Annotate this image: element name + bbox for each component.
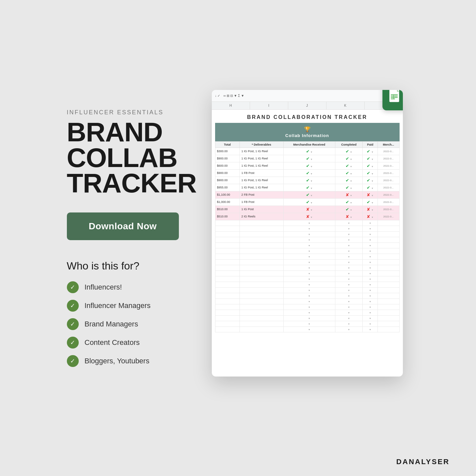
cell-deliverables: 1 IG Post, 1 IG Reel (239, 177, 283, 184)
check-mark-icon: ✔ (367, 200, 370, 205)
brand-subtitle: INFLUENCER ESSENTIALS (67, 109, 205, 116)
empty-table-row: ▼ ▼ ▼ (215, 310, 399, 315)
svg-rect-5 (391, 98, 395, 99)
cell-completed: ✔ ▼ (335, 169, 363, 177)
cell-merch-date: 2022-0... (378, 191, 399, 198)
cell-total: $510.00 (215, 206, 239, 213)
table-row: $510.00 1 IG Post ✘ ▼ ✔ ▼ ✘ ▼ 2022-0... (215, 206, 399, 213)
cell-merch-received: ✔ ▼ (283, 162, 335, 169)
cell-paid: ✔ ▼ (363, 177, 378, 184)
col-deliverables: * Deliverables (239, 141, 283, 148)
cell-paid: ✘ ▼ (363, 206, 378, 213)
cell-merch-date: 2022-0... (378, 155, 399, 162)
cell-deliverables: 2 IG Reels (239, 213, 283, 220)
empty-table-row: ▼ ▼ ▼ (215, 282, 399, 287)
empty-table-row: ▼ ▼ ▼ (215, 237, 399, 242)
check-mark-icon: ✔ (346, 200, 349, 205)
cell-paid: ✔ ▼ (363, 162, 378, 169)
cross-mark-icon: ✘ (346, 192, 349, 197)
empty-table-row: ▼ ▼ ▼ (215, 293, 399, 298)
table-row: $510.00 2 IG Reels ✘ ▼ ✘ ▼ ✘ ▼ 2022-0... (215, 213, 399, 220)
column-headers: H I J K L (212, 102, 403, 110)
col-i: I (250, 102, 288, 109)
cell-merch-received: ✔ ▼ (283, 148, 335, 155)
check-mark-icon: ✔ (367, 163, 370, 168)
list-item: ✓ Influencers! (67, 281, 205, 293)
cell-paid: ✔ ▼ (363, 198, 378, 206)
cell-merch-date: 2022-0... (378, 184, 399, 191)
page-container: INFLUENCER ESSENTIALS BRAND COLLAB TRACK… (41, 41, 436, 436)
empty-table-row: ▼ ▼ ▼ (215, 304, 399, 310)
check-mark-icon: ✔ (346, 207, 349, 212)
check-mark-icon: ✔ (367, 156, 370, 161)
check-icon: ✓ (67, 355, 79, 367)
cell-completed: ✘ ▼ (335, 191, 363, 198)
cell-paid: ✔ ▼ (363, 184, 378, 191)
empty-table-row: ▼ ▼ ▼ (215, 321, 399, 326)
empty-table-row: ▼ ▼ ▼ (215, 326, 399, 332)
col-k: K (326, 102, 365, 109)
cell-total: $600.00 (215, 162, 239, 169)
check-mark-icon: ✔ (306, 192, 310, 197)
empty-table-row: ▼ ▼ ▼ (215, 231, 399, 237)
empty-table-row: ▼ ▼ ▼ (215, 270, 399, 276)
left-panel: INFLUENCER ESSENTIALS BRAND COLLAB TRACK… (67, 109, 205, 367)
checklist-label: Influencer Managers (85, 301, 151, 310)
empty-table-row: ▼ ▼ ▼ (215, 220, 399, 226)
cell-total: $1,000.00 (215, 198, 239, 206)
cell-merch-date: 2022-0... (378, 169, 399, 177)
table-row: $900.00 1 IG Post, 1 IG Reel ✔ ▼ ✔ ▼ ✔ ▼… (215, 155, 399, 162)
cross-mark-icon: ✘ (367, 214, 370, 219)
checklist: ✓ Influencers! ✓ Influencer Managers ✓ B… (67, 281, 205, 367)
cell-merch-received: ✔ ▼ (283, 177, 335, 184)
check-icon: ✓ (67, 300, 79, 312)
svg-rect-4 (391, 97, 398, 98)
cross-mark-icon: ✘ (306, 207, 310, 212)
cell-total: $900.00 (215, 155, 239, 162)
empty-table-row: ▼ ▼ ▼ (215, 248, 399, 254)
cross-mark-icon: ✘ (367, 192, 370, 197)
col-merch: Merch... (378, 141, 399, 148)
cell-merch-received: ✘ ▼ (283, 206, 335, 213)
col-completed: Completed (335, 141, 363, 148)
check-mark-icon: ✔ (306, 156, 310, 161)
col-h: H (212, 102, 250, 109)
checklist-label: Influencers! (85, 283, 122, 292)
cell-completed: ✔ ▼ (335, 162, 363, 169)
google-sheets-icon (382, 90, 403, 110)
cell-deliverables: 1 IG Post, 1 IG Reel (239, 162, 283, 169)
cross-mark-icon: ✘ (367, 207, 370, 212)
cell-total: $1,100.00 (215, 191, 239, 198)
cell-paid: ✘ ▼ (363, 213, 378, 220)
cross-mark-icon: ✘ (346, 214, 349, 219)
title-line3: TRACKER (67, 168, 197, 198)
check-mark-icon: ✔ (306, 171, 310, 176)
data-table: Total * Deliverables Merchandise Receive… (215, 141, 400, 332)
cell-merch-received: ✔ ▼ (283, 198, 335, 206)
table-wrap: Total * Deliverables Merchandise Receive… (212, 141, 403, 332)
toolbar-symbols: ↓ ✓ (215, 94, 220, 98)
col-merch-received: Merchandise Received (283, 141, 335, 148)
spreadsheet-title: BRAND COLLABORATION TRACKER (212, 110, 403, 123)
cell-deliverables: 2 FB Post (239, 191, 283, 198)
cell-merch-received: ✘ ▼ (283, 213, 335, 220)
right-panel: ↓ ✓ ∞ ⊞ ⊟ ▼ Σ ▼ H I J K L BRAND COLLABOR… (212, 90, 409, 386)
cell-deliverables: 1 IG Post, 1 IG Reel (239, 155, 283, 162)
collab-header-text: Collab Information (218, 133, 396, 138)
col-paid: Paid (363, 141, 378, 148)
check-icon: ✓ (67, 281, 79, 293)
cell-merch-received: ✔ ▼ (283, 184, 335, 191)
table-row: $300.00 1 IG Post, 1 IG Reel ✔ ▼ ✔ ▼ ✔ ▼… (215, 148, 399, 155)
empty-table-row: ▼ ▼ ▼ (215, 226, 399, 231)
cell-completed: ✔ ▼ (335, 177, 363, 184)
table-row: $1,000.00 1 FB Post ✔ ▼ ✔ ▼ ✔ ▼ 2022-0..… (215, 198, 399, 206)
download-button[interactable]: Download Now (67, 212, 179, 240)
check-mark-icon: ✔ (367, 171, 370, 176)
checklist-label: Brand Managers (85, 320, 138, 328)
list-item: ✓ Bloggers, Youtubers (67, 355, 205, 367)
cell-deliverables: 1 FB Post (239, 198, 283, 206)
cell-completed: ✔ ▼ (335, 198, 363, 206)
check-mark-icon: ✔ (346, 185, 349, 190)
svg-rect-3 (391, 96, 398, 96)
cell-total: $510.00 (215, 213, 239, 220)
